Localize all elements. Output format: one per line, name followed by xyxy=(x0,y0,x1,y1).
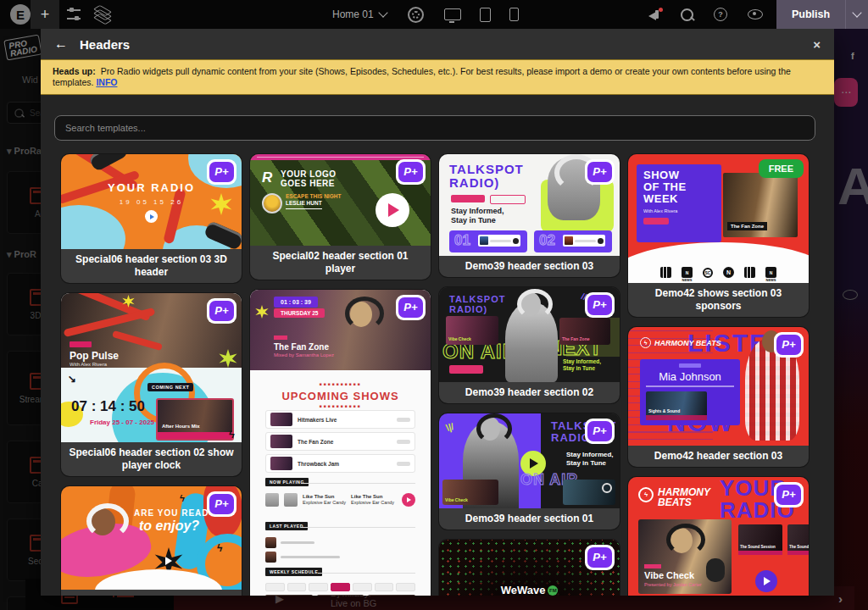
brand-text: HARMONY BEATS xyxy=(658,487,710,507)
button-decor xyxy=(397,418,410,422)
show-thumb: The Sound Session xyxy=(787,524,809,555)
bolt-icon: ϟ xyxy=(640,337,651,348)
template-grid: YOUR RADIO 19 05 15 26 P+ Special06 head… xyxy=(54,154,821,596)
clock-readout: 07 : 14 : 50 xyxy=(71,398,145,415)
template-card-demo42-header-03[interactable]: LISTEN NOW ϟ HARMONY BEATS Mia Johnson S… xyxy=(628,327,809,467)
site-settings-button[interactable] xyxy=(59,0,88,29)
bolt-icon: ϟ xyxy=(229,428,235,441)
template-caption: Demo39 header section 03 xyxy=(439,256,620,277)
preview-line1: ARE YOU READY xyxy=(134,508,215,518)
template-card-special01-full[interactable]: 01 : 03 : 39 THURSDAY 25 The Fan Zone Mi… xyxy=(250,290,431,596)
button-decor xyxy=(643,218,669,225)
headphones-decor xyxy=(86,503,129,539)
button-decor xyxy=(513,238,519,244)
list-item: Throwback Jam xyxy=(265,454,415,473)
close-icon[interactable]: × xyxy=(813,37,821,52)
guest-name: Mia Johnson xyxy=(646,370,734,383)
schedule-tabs xyxy=(265,583,415,591)
notice-lead: Heads up: xyxy=(53,66,96,76)
template-card-wewave[interactable]: WeWaveFM P+ xyxy=(439,540,620,596)
free-badge: FREE xyxy=(759,159,804,178)
list-item: Hitmakers Live xyxy=(265,410,415,429)
thumb xyxy=(284,493,298,507)
modal-header: ← Headers × xyxy=(41,29,834,59)
template-card-harmony-header[interactable]: YOUR RADIO ϟ HARMONY BEATS xyxy=(628,477,809,596)
news-logo-icon: NNEWS xyxy=(682,267,693,278)
episode-thumbs: The Sound Session The Sound Session xyxy=(738,524,809,555)
badge-decor xyxy=(70,341,92,347)
play-button-icon xyxy=(755,570,777,592)
tablet-icon[interactable] xyxy=(480,8,491,22)
elementor-logo-icon[interactable]: E xyxy=(10,4,31,25)
template-preview: YOUR RADIO 19 05 15 26 P+ xyxy=(61,154,242,249)
text-decor xyxy=(281,556,340,558)
pro-plus-badge: P+ xyxy=(396,159,426,185)
grid-column-1: YOUR RADIO 19 05 15 26 P+ Special06 head… xyxy=(61,154,242,596)
template-preview: LISTEN NOW ϟ HARMONY BEATS Mia Johnson S… xyxy=(628,327,809,446)
logo-text: YOUR LOGO GOES HERE xyxy=(281,169,337,188)
logo-glyph: R xyxy=(262,169,272,186)
template-card-demo39-03[interactable]: TALKSPOT RADIO) Stay Informed, Stay in T… xyxy=(439,154,620,277)
section-label: WEEKLY SCHEDULE xyxy=(265,568,322,576)
page-selector[interactable]: Home 01 xyxy=(332,0,424,29)
tab-decor xyxy=(396,583,415,591)
template-card-demo39-02[interactable]: TALKSPOT RADIO) /// /// ON AIR NEXT Vibe… xyxy=(439,287,620,403)
heads-up-notice: Heads up:Pro Radio widgets pull dynamic … xyxy=(41,59,834,95)
upcoming-heading: UPCOMING SHOWS xyxy=(250,390,431,402)
template-card-special06-02[interactable]: Pop Pulse With Alex Rivera ↘ COMING NEXT… xyxy=(61,293,242,476)
thumb xyxy=(265,595,313,596)
show-title: Vibe Check xyxy=(644,570,694,580)
mini-player xyxy=(478,235,520,247)
help-icon[interactable]: ? xyxy=(714,8,727,21)
info-link[interactable]: INFO xyxy=(96,77,117,87)
mobile-icon[interactable] xyxy=(509,8,519,21)
decor: ■■■■■■■■■■ xyxy=(250,403,431,408)
clock-section: ↘ COMING NEXT 07 : 14 : 50 Friday 25 - 0… xyxy=(61,368,242,442)
page-selector-label: Home 01 xyxy=(332,8,374,20)
gear-icon[interactable] xyxy=(408,7,424,23)
template-card-special06-03[interactable]: YOUR RADIO 19 05 15 26 P+ Special06 head… xyxy=(61,154,242,283)
publish-button[interactable]: Publish xyxy=(776,0,846,29)
news-logo-icon: NNEWS xyxy=(765,267,776,278)
text-decor xyxy=(575,240,596,242)
list-item xyxy=(265,552,415,563)
template-caption: Demo42 header section 03 xyxy=(628,446,809,467)
editor-topbar: E + Home 01 ? Publish xyxy=(0,0,868,29)
show-thumb: The Fan Zone xyxy=(559,318,610,345)
template-search-input[interactable] xyxy=(54,115,815,141)
desktop-icon[interactable] xyxy=(444,8,461,20)
publish-options-button[interactable] xyxy=(846,0,868,29)
sliders-icon xyxy=(67,9,81,19)
whats-new-icon[interactable] xyxy=(648,10,660,19)
preview-icon[interactable] xyxy=(748,9,763,19)
template-card-demo39-01[interactable]: \|/ TALKSPOT RADIO) Stay Informed, Stay … xyxy=(439,413,620,530)
template-card-special06-01[interactable]: ARE YOU READY to enjoy? ϟ ϟ P+ Special06… xyxy=(61,486,242,596)
decor xyxy=(112,330,163,351)
finder-search-icon[interactable] xyxy=(681,8,693,21)
template-preview: ARE YOU READY to enjoy? ϟ ϟ P+ xyxy=(61,486,242,590)
template-caption: Special02 header section 01 player xyxy=(250,246,431,280)
badge-decor xyxy=(274,336,287,340)
plus-icon: + xyxy=(41,7,50,22)
template-caption: Demo39 header section 02 xyxy=(439,382,620,403)
button-decor xyxy=(598,238,604,244)
template-card-special02-01[interactable]: R YOUR LOGO GOES HERE ESCAPE THIS NIGHT … xyxy=(250,154,431,280)
button-decor xyxy=(397,440,410,444)
divider xyxy=(318,573,415,574)
divider xyxy=(301,527,415,528)
structure-button[interactable] xyxy=(88,0,117,29)
button-decor xyxy=(490,195,526,204)
thumb xyxy=(270,413,292,426)
brand-text: TALKSPOT RADIO) xyxy=(449,163,524,190)
pro-plus-badge: P+ xyxy=(585,292,615,318)
badge-decor xyxy=(679,363,701,368)
tab-decor xyxy=(353,583,372,591)
show-host: Mixed by Samantha Lopez xyxy=(274,352,334,358)
pro-plus-badge: P+ xyxy=(585,419,615,444)
tab-active-decor xyxy=(331,583,350,591)
guest-panel: Mia Johnson Sights & Sound xyxy=(640,359,740,425)
add-element-button[interactable]: + xyxy=(31,0,59,29)
template-card-demo42-shows-03[interactable]: SHOW OF THE WEEK With Alex Rivera The Fa… xyxy=(628,154,809,317)
back-icon[interactable]: ← xyxy=(54,36,68,52)
pro-plus-badge: P+ xyxy=(396,295,426,320)
